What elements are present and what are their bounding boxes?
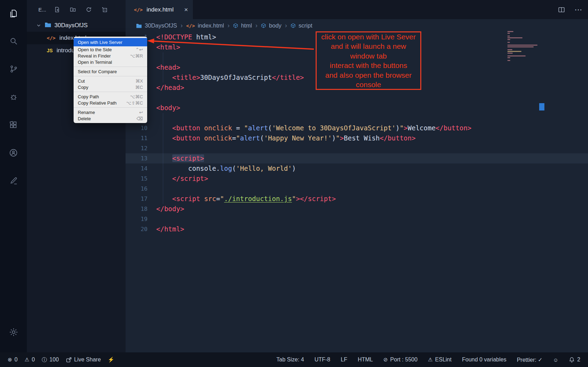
line-number: 12: [126, 143, 156, 153]
code-text[interactable]: <head>: [156, 62, 180, 72]
minimap-line: [507, 55, 526, 56]
menu-item-rename[interactable]: Rename↩: [74, 109, 147, 115]
new-folder-icon[interactable]: [70, 7, 76, 13]
minimap[interactable]: [507, 31, 540, 62]
live-share-icon: [66, 357, 72, 363]
code-text[interactable]: <button onclick="alert('Happy New Year!'…: [156, 133, 416, 143]
code-text[interactable]: <title>30DaysOfJavaScript</title>: [156, 72, 304, 83]
minimap-line: [507, 60, 510, 61]
close-icon[interactable]: ×: [184, 6, 188, 14]
menu-item-copy-path[interactable]: Copy Path⌥⌘C: [74, 93, 147, 100]
tab-index-html[interactable]: </> index.html ×: [126, 0, 193, 19]
code-text[interactable]: <script src="./introduction.js"></script…: [156, 194, 336, 204]
html-file-icon: </>: [134, 7, 143, 13]
code-text[interactable]: <!DOCTYPE html>: [156, 32, 216, 42]
code-text[interactable]: <body>: [156, 103, 180, 113]
breadcrumb-label: 30DaysOfJS: [145, 22, 177, 29]
status-label: ESLint: [435, 357, 452, 363]
status-label: Found 0 variables: [462, 357, 506, 363]
status-prettier[interactable]: Prettier: ✓: [517, 357, 543, 363]
code-text[interactable]: </head>: [156, 83, 184, 93]
activity-bar-item-source-control[interactable]: [0, 56, 27, 84]
activity-bar-item-settings[interactable]: [0, 319, 27, 347]
more-actions-icon[interactable]: ⋯: [574, 5, 582, 14]
line-number: 10: [126, 123, 156, 133]
code-text[interactable]: </script>: [156, 174, 208, 184]
code-text[interactable]: console.log('Hello, World'): [156, 163, 296, 174]
line-number: 18: [126, 204, 156, 214]
activity-bar-item-extensions[interactable]: [0, 112, 27, 139]
refresh-icon[interactable]: [86, 7, 92, 13]
line-number: 19: [126, 214, 156, 224]
menu-item-open-to-the-side[interactable]: Open to the Side⌃↩: [74, 46, 147, 53]
menu-item-open-with-live-server[interactable]: Open with Live Server: [74, 38, 147, 46]
status-0[interactable]: ⊗0: [8, 357, 17, 363]
menu-separator: [74, 76, 147, 76]
annotation-line-3: interact with the buttons: [317, 61, 420, 70]
activity-bar: [0, 0, 27, 352]
code-text[interactable]: </html>: [156, 224, 184, 234]
context-menu: Open with Live ServerOpen to the Side⌃↩R…: [74, 37, 147, 123]
menu-item-reveal-in-finder[interactable]: Reveal in Finder⌥⌘R: [74, 53, 147, 59]
menu-item-copy[interactable]: Copy⌘C: [74, 84, 147, 90]
status-port-5500[interactable]: ⊘Port : 5500: [383, 357, 417, 363]
breadcrumb: 30DaysOfJS›</>index.html›html›body›scrip…: [126, 19, 588, 32]
breadcrumb-item-index-html[interactable]: </>index.html: [186, 22, 224, 29]
annotation-line-1: and it will launch a new: [317, 41, 420, 51]
menu-item-cut[interactable]: Cut⌘X: [74, 78, 147, 84]
menu-separator: [74, 107, 147, 108]
breadcrumb-item-30daysofjs[interactable]: 30DaysOfJS: [136, 22, 177, 29]
code-text[interactable]: </body>: [156, 204, 184, 214]
status-0[interactable]: ⚠0: [24, 357, 35, 363]
annotation-line-0: click on open with Live Sever: [317, 32, 420, 42]
code-line-18: 18</body>: [126, 204, 588, 214]
status-label: Prettier: ✓: [517, 357, 543, 363]
status-tab-size-4[interactable]: Tab Size: 4: [277, 357, 304, 363]
collapse-all-icon[interactable]: [101, 7, 107, 13]
activity-bar-item-explorer[interactable]: [0, 0, 27, 28]
activity-bar-item-debug[interactable]: [0, 84, 27, 112]
html-icon: </>: [186, 23, 195, 29]
split-editor-icon[interactable]: [558, 6, 565, 14]
new-file-icon[interactable]: [54, 7, 60, 13]
menu-shortcut: ⌘C: [135, 85, 143, 90]
menu-item-copy-relative-path[interactable]: Copy Relative Path⌥⇧⌘C: [74, 100, 147, 106]
status-smiley[interactable]: ☺: [553, 357, 558, 363]
breadcrumb-item-html[interactable]: html: [233, 22, 252, 29]
breadcrumb-item-script[interactable]: script: [291, 22, 312, 29]
code-line-9: 9: [126, 113, 588, 123]
activity-bar-item-search[interactable]: [0, 28, 27, 56]
explorer-icon: [9, 9, 18, 20]
warning-icon: ⚠: [24, 357, 29, 363]
code-line-10: 10 <button onclick = "alert('Welcome to …: [126, 123, 588, 133]
line-number: 13: [126, 153, 156, 163]
menu-shortcut: ⌘X: [135, 78, 143, 84]
code-text[interactable]: <button onclick = "alert('Welcome to 30D…: [156, 123, 472, 133]
status-found-0-variables[interactable]: Found 0 variables: [462, 357, 506, 363]
status-zap[interactable]: ⚡: [108, 357, 114, 363]
minimap-line: [507, 57, 510, 58]
code-text[interactable]: <script>: [156, 153, 204, 163]
status-utf-8[interactable]: UTF-8: [315, 357, 330, 363]
activity-bar-item-pen[interactable]: [0, 167, 27, 195]
menu-item-open-in-terminal[interactable]: Open in Terminal: [74, 59, 147, 65]
sidebar-header: E...: [27, 0, 126, 19]
status-eslint[interactable]: ⚠ESLint: [428, 357, 452, 363]
status-lf[interactable]: LF: [341, 357, 347, 363]
status-live-share[interactable]: Live Share: [66, 357, 101, 363]
menu-item-delete[interactable]: Delete⌫: [74, 115, 147, 122]
pen-icon: [9, 176, 18, 186]
line-number: 15: [126, 174, 156, 184]
debug-icon: [9, 92, 18, 103]
status-100[interactable]: ⓘ100: [42, 357, 59, 363]
code-line-20: 20</html>: [126, 224, 588, 234]
activity-bar-item-live-share[interactable]: [0, 139, 27, 167]
status-html[interactable]: HTML: [358, 357, 373, 363]
code-text[interactable]: <html>: [156, 42, 180, 52]
menu-item-select-for-compare[interactable]: Select for Compare: [74, 68, 147, 75]
status-label: 100: [50, 357, 59, 363]
status-2[interactable]: 2: [569, 357, 580, 363]
sidebar-item-30daysofjs[interactable]: 30DaysOfJS: [27, 19, 126, 32]
minimap-line: [507, 31, 513, 32]
breadcrumb-item-body[interactable]: body: [261, 22, 281, 29]
